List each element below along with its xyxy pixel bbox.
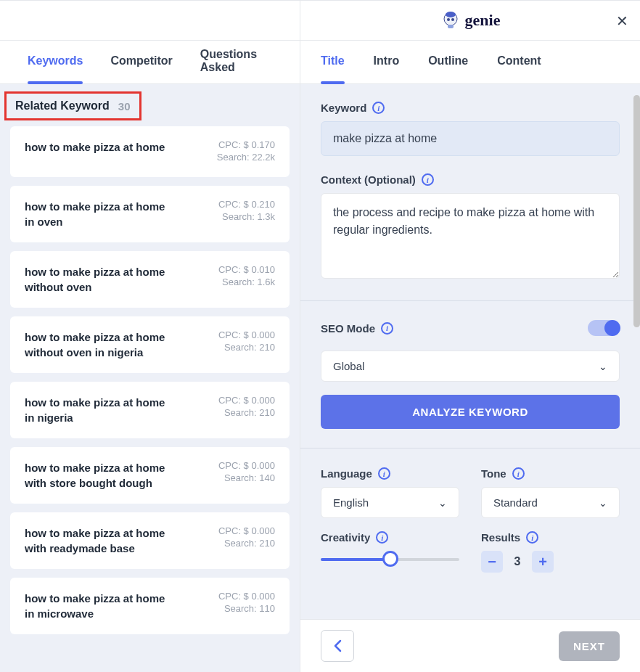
keyword-card[interactable]: how to make pizza at home in ovenCPC: $ … — [10, 186, 290, 242]
keyword-label: Keyword i — [321, 102, 620, 114]
chevron-down-icon: ⌄ — [438, 497, 447, 509]
language-label: Language i — [321, 467, 459, 480]
close-button[interactable]: ✕ — [616, 12, 628, 30]
related-keyword-header: Related Keyword 30 — [4, 91, 141, 120]
keyword-meta: CPC: $ 0.000Search: 110 — [218, 591, 275, 621]
creativity-label: Creativity i — [321, 531, 459, 544]
tone-select[interactable]: Standard ⌄ — [481, 487, 620, 518]
context-label: Context (Optional) i — [321, 173, 620, 186]
info-icon[interactable]: i — [422, 173, 434, 186]
next-button[interactable]: NEXT — [559, 631, 620, 661]
related-keywords-list[interactable]: how to make pizza at homeCPC: $ 0.170Sea… — [0, 120, 300, 672]
keyword-meta: CPC: $ 0.000Search: 210 — [218, 329, 275, 360]
keyword-meta: CPC: $ 0.000Search: 210 — [218, 395, 275, 425]
right-tabs: Title Intro Outline Content — [300, 41, 640, 84]
keyword-meta: CPC: $ 0.000Search: 210 — [218, 525, 275, 556]
svg-point-1 — [446, 12, 456, 17]
info-icon[interactable]: i — [512, 467, 525, 480]
context-textarea[interactable] — [321, 193, 620, 279]
keyword-text: how to make pizza at home in nigeria — [25, 395, 166, 425]
keyword-meta: CPC: $ 0.210Search: 1.3k — [218, 199, 275, 229]
keyword-card[interactable]: how to make pizza at home with store bou… — [10, 447, 290, 504]
brand-logo: genie — [440, 10, 501, 30]
seo-label-text: SEO Mode — [321, 322, 375, 335]
info-icon[interactable]: i — [372, 102, 385, 114]
keyword-card[interactable]: how to make pizza at home with readymade… — [10, 512, 290, 569]
context-label-text: Context (Optional) — [321, 173, 416, 186]
keyword-text: how to make pizza at home in oven — [25, 199, 166, 229]
tab-outline[interactable]: Outline — [428, 54, 468, 70]
keyword-text: how to make pizza at home without oven i… — [25, 329, 166, 360]
genie-icon — [440, 10, 461, 30]
tone-label: Tone i — [481, 467, 620, 480]
results-stepper: − 3 + — [481, 551, 620, 573]
tab-intro[interactable]: Intro — [374, 54, 400, 70]
keyword-meta: CPC: $ 0.000Search: 140 — [218, 460, 275, 491]
slider-thumb[interactable] — [382, 551, 398, 567]
keyword-card[interactable]: how to make pizza at homeCPC: $ 0.170Sea… — [10, 126, 290, 177]
tab-questions-asked[interactable]: Questions Asked — [200, 48, 272, 77]
back-button[interactable] — [321, 630, 354, 662]
results-value: 3 — [503, 555, 532, 568]
scrollbar[interactable] — [633, 95, 640, 327]
creativity-slider[interactable] — [321, 558, 459, 561]
related-keyword-count: 30 — [118, 100, 131, 112]
tab-competitor[interactable]: Competitor — [110, 54, 172, 70]
info-icon[interactable]: i — [378, 467, 390, 480]
svg-point-3 — [451, 18, 454, 21]
svg-rect-4 — [448, 25, 454, 28]
chevron-down-icon: ⌄ — [599, 497, 607, 509]
keyword-label-text: Keyword — [321, 102, 366, 114]
keyword-text: how to make pizza at home with store bou… — [25, 460, 166, 491]
tone-value: Standard — [493, 496, 538, 509]
tab-content[interactable]: Content — [497, 54, 541, 70]
keyword-card[interactable]: how to make pizza at home in nigeriaCPC:… — [10, 382, 290, 438]
related-keyword-title: Related Keyword — [15, 99, 110, 112]
divider — [300, 300, 640, 301]
left-tabs: Keywords Competitor Questions Asked — [0, 41, 300, 84]
keyword-text: how to make pizza at home — [25, 139, 165, 164]
language-label-text: Language — [321, 467, 372, 480]
results-label-text: Results — [481, 531, 520, 544]
language-select[interactable]: English ⌄ — [321, 487, 459, 518]
tone-label-text: Tone — [481, 467, 506, 480]
analyze-keyword-button[interactable]: ANALYZE KEYWORD — [321, 395, 620, 429]
tab-keywords[interactable]: Keywords — [28, 54, 83, 70]
results-label: Results i — [481, 531, 620, 544]
divider — [300, 448, 640, 448]
chevron-left-icon — [333, 639, 342, 652]
stepper-minus-button[interactable]: − — [481, 551, 503, 573]
seo-mode-toggle[interactable] — [588, 320, 620, 336]
seo-mode-label: SEO Mode i — [321, 322, 393, 335]
region-value: Global — [333, 360, 364, 372]
keyword-card[interactable]: how to make pizza at home without oven i… — [10, 316, 290, 373]
info-icon[interactable]: i — [526, 531, 538, 544]
brand-name: genie — [465, 11, 501, 30]
keyword-text: how to make pizza at home without oven — [25, 264, 166, 295]
keyword-card[interactable]: how to make pizza at home in microwaveCP… — [10, 578, 290, 634]
keyword-input[interactable] — [321, 121, 620, 156]
creativity-label-text: Creativity — [321, 531, 370, 544]
region-select[interactable]: Global ⌄ — [321, 351, 620, 382]
svg-point-2 — [447, 18, 450, 21]
stepper-plus-button[interactable]: + — [532, 551, 554, 573]
keyword-meta: CPC: $ 0.010Search: 1.6k — [218, 264, 275, 295]
language-value: English — [333, 496, 369, 509]
tab-title[interactable]: Title — [321, 54, 345, 70]
info-icon[interactable]: i — [381, 322, 393, 335]
info-icon[interactable]: i — [376, 531, 388, 544]
keyword-text: how to make pizza at home in microwave — [25, 591, 166, 621]
keyword-card[interactable]: how to make pizza at home without ovenCP… — [10, 251, 290, 308]
chevron-down-icon: ⌄ — [599, 361, 607, 372]
keyword-text: how to make pizza at home with readymade… — [25, 525, 166, 556]
keyword-meta: CPC: $ 0.170Search: 22.2k — [217, 139, 275, 164]
footer-bar: NEXT — [300, 619, 640, 672]
